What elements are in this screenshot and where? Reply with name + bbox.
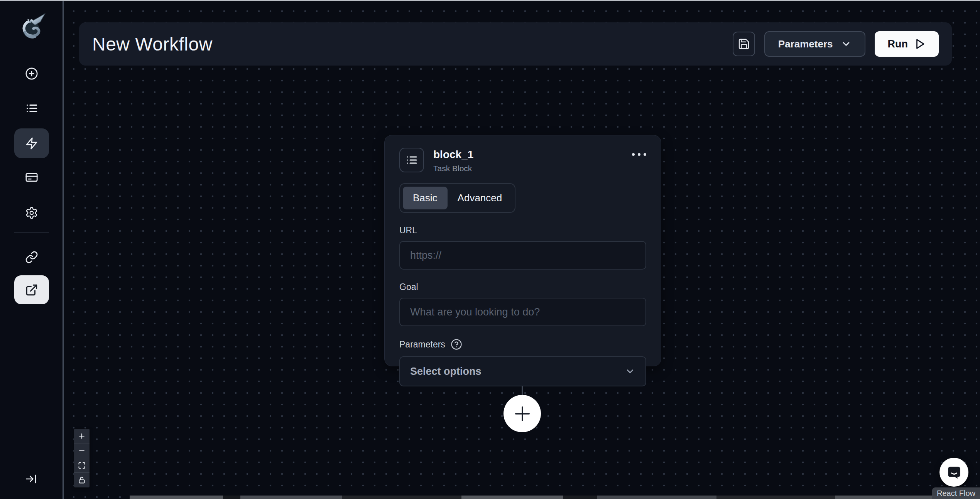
block-mode-tabs: Basic Advanced [399, 183, 515, 213]
sidebar-divider [14, 232, 49, 233]
parameters-button[interactable]: Parameters [764, 31, 865, 57]
help-icon[interactable] [451, 339, 462, 350]
goal-label: Goal [399, 282, 646, 292]
chat-launcher-button[interactable] [939, 458, 968, 487]
chat-bubble-icon [946, 464, 962, 480]
play-icon [914, 38, 926, 50]
goal-input[interactable] [399, 298, 646, 326]
chevron-down-icon [625, 366, 635, 377]
chevron-down-icon [841, 39, 852, 49]
save-button[interactable] [733, 32, 755, 56]
sidebar-collapse-button[interactable] [25, 472, 38, 486]
run-button[interactable]: Run [875, 31, 939, 57]
parameters-field-label: Parameters [399, 339, 646, 350]
react-flow-attribution[interactable]: React Flow [932, 487, 980, 499]
add-block-button[interactable] [504, 395, 541, 432]
fit-view-icon [78, 462, 86, 469]
sidebar-item-list[interactable] [25, 102, 38, 115]
external-link-icon [25, 283, 38, 297]
parameters-button-label: Parameters [778, 38, 833, 50]
gear-icon [25, 206, 38, 219]
run-button-label: Run [888, 38, 908, 50]
lock-button[interactable] [74, 473, 90, 487]
parameters-select[interactable]: Select options [399, 356, 646, 386]
dragon-logo[interactable] [16, 11, 48, 44]
window-top-edge [0, 0, 980, 1]
window-bottom-edge [130, 496, 980, 499]
save-icon [738, 38, 750, 50]
canvas-controls [74, 429, 90, 487]
workflow-header-panel: New Workflow Parameters [79, 22, 952, 66]
task-block-node[interactable]: block_1 Task Block Basic Advanced URL Go… [384, 135, 661, 366]
fit-view-button[interactable] [74, 458, 90, 473]
tab-basic[interactable]: Basic [403, 187, 448, 209]
url-label: URL [399, 225, 646, 236]
arrow-right-to-line-icon [25, 472, 38, 486]
parameters-label-text: Parameters [399, 339, 445, 350]
zoom-out-button[interactable] [74, 443, 90, 458]
task-block-header: block_1 Task Block [399, 148, 646, 173]
app-window: New Workflow Parameters [0, 0, 980, 499]
zoom-in-button[interactable] [74, 429, 90, 443]
credit-card-icon [25, 171, 38, 184]
block-type-label: Task Block [433, 164, 473, 173]
block-options-menu-icon[interactable] [632, 148, 646, 156]
zap-icon [25, 137, 38, 150]
lock-icon [78, 476, 86, 484]
sidebar-item-settings[interactable] [25, 206, 38, 219]
url-input[interactable] [399, 241, 646, 270]
block-titles: block_1 Task Block [433, 148, 473, 173]
link-icon [25, 251, 38, 264]
workflow-canvas[interactable]: New Workflow Parameters [65, 0, 980, 499]
list-icon [406, 154, 418, 166]
plus-circle-icon [25, 67, 38, 80]
block-name[interactable]: block_1 [433, 148, 473, 161]
list-icon [25, 102, 38, 115]
sidebar-item-workflows[interactable] [14, 128, 49, 158]
block-type-icon-box [399, 148, 424, 172]
minus-icon [78, 447, 86, 455]
sidebar [0, 0, 64, 499]
workflow-title[interactable]: New Workflow [92, 34, 213, 55]
header-actions: Parameters Run [733, 31, 939, 57]
tab-advanced[interactable]: Advanced [448, 187, 512, 209]
sidebar-item-integrations[interactable] [25, 251, 38, 264]
plus-icon [78, 432, 86, 440]
sidebar-item-billing[interactable] [25, 171, 38, 184]
sidebar-item-external[interactable] [14, 275, 49, 304]
sidebar-item-create[interactable] [25, 67, 38, 80]
plus-icon [512, 404, 532, 424]
attribution-text: React Flow [937, 489, 975, 498]
parameters-select-placeholder: Select options [410, 366, 482, 378]
